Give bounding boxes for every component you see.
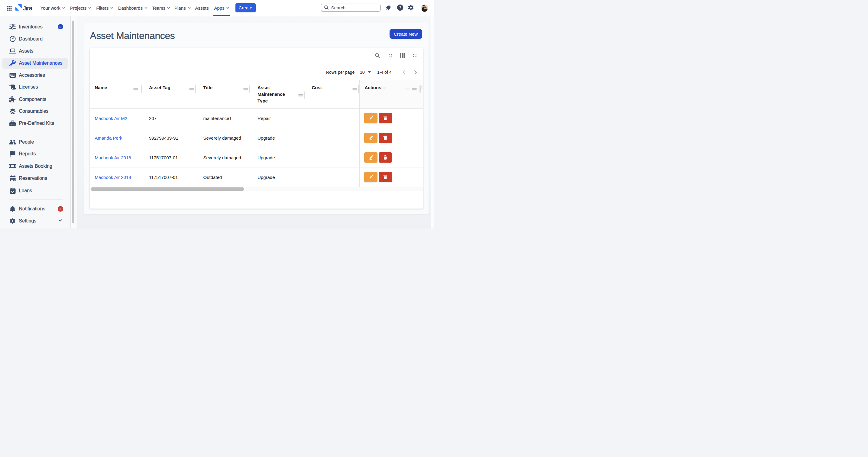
svg-text:?: ? xyxy=(399,5,401,10)
